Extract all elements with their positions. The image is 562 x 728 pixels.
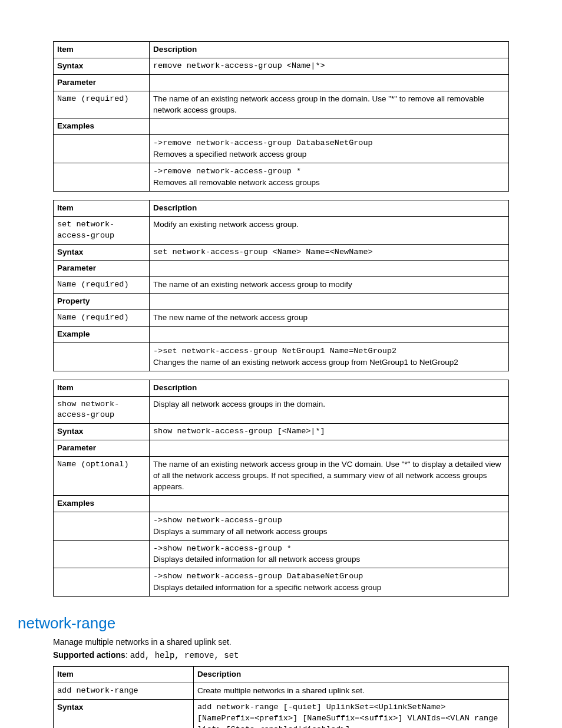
row-ex1-cell: ->show network-access-group Displays a s… (150, 512, 509, 540)
row-parameter-label: Parameter (54, 261, 150, 277)
row-parameter-empty (150, 261, 509, 277)
table-remove-network-access-group: Item Description Syntax remove network-a… (53, 41, 509, 192)
table-set-network-access-group: Item Description set network-access-grou… (53, 200, 509, 371)
row-ex1-empty (54, 135, 150, 163)
ex2-code: ->show network-access-group * (153, 544, 292, 553)
ex1-code: ->show network-access-group (153, 516, 282, 525)
row-param-desc: The name of an existing network access g… (150, 91, 509, 118)
row-example-label: Example (54, 327, 150, 343)
ex1-desc: Changes the name of an existing network … (153, 358, 458, 367)
row-syntax-code: show network-access-group [<Name>|*] (150, 424, 509, 440)
row-prop-name: Name (required) (54, 310, 150, 327)
row-syntax-code: add network-range [-quiet] UplinkSet=<Up… (194, 699, 509, 728)
row-cmd-code: show network-access-group (54, 396, 150, 424)
row-ex1-cell: ->remove network-access-group DatabaseNe… (150, 135, 509, 163)
row-example-empty (150, 327, 509, 343)
row-cmd-desc: Modify an existing network access group. (150, 216, 509, 244)
row-ex3-cell: ->show network-access-group DatabaseNetG… (150, 568, 509, 597)
row-syntax-code: set network-access-group <Name> Name=<Ne… (150, 244, 509, 261)
row-param-name: Name (optional) (54, 457, 150, 496)
row-property-empty (150, 294, 509, 310)
row-syntax-label: Syntax (54, 58, 150, 74)
row-examples-empty (150, 118, 509, 135)
ex1-desc: Displays a summary of all network access… (153, 527, 328, 536)
row-param-desc: The name of an existing network access g… (150, 457, 509, 496)
ex1-code: ->set network-access-group NetGroup1 Nam… (153, 347, 396, 355)
row-param-desc: The name of an existing network access g… (150, 277, 509, 294)
ex2-desc: Displays detailed information for all ne… (153, 555, 360, 564)
row-examples-label: Examples (54, 495, 150, 512)
header-item: Item (54, 380, 150, 396)
row-ex1-empty (54, 512, 150, 540)
row-param-name: Name (required) (54, 277, 150, 294)
row-syntax-label: Syntax (54, 699, 194, 728)
header-description: Description (150, 380, 509, 396)
header-item: Item (54, 667, 194, 683)
row-syntax-code: remove network-access-group <Name|*> (150, 58, 509, 74)
ex2-desc: Removes all removable network access gro… (153, 178, 320, 187)
row-examples-label: Examples (54, 118, 150, 135)
row-parameter-label: Parameter (54, 440, 150, 457)
ex1-code: ->remove network-access-group DatabaseNe… (153, 139, 373, 147)
table-show-network-access-group: Item Description show network-access-gro… (53, 380, 509, 597)
header-item: Item (54, 42, 150, 58)
supported-code: add, help, remove, set (130, 651, 239, 660)
supported-label: Supported actions (53, 650, 125, 660)
row-ex2-cell: ->show network-access-group * Displays d… (150, 540, 509, 568)
ex3-desc: Displays detailed information for a spec… (153, 583, 381, 592)
row-parameter-label: Parameter (54, 74, 150, 91)
supported-actions: Supported actions: add, help, remove, se… (53, 650, 509, 660)
row-cmd-code: add network-range (54, 683, 194, 699)
row-parameter-empty (150, 440, 509, 457)
ex1-desc: Removes a specified network access group (153, 150, 306, 159)
header-item: Item (54, 200, 150, 216)
row-ex1-cell: ->set network-access-group NetGroup1 Nam… (150, 342, 509, 371)
row-parameter-empty (150, 74, 509, 91)
header-description: Description (150, 42, 509, 58)
row-examples-empty (150, 495, 509, 512)
row-ex2-cell: ->remove network-access-group * Removes … (150, 163, 509, 192)
section-heading-network-range: network-range (18, 614, 509, 633)
section-intro: Manage multiple networks in a shared upl… (53, 637, 509, 647)
ex3-code: ->show network-access-group DatabaseNetG… (153, 572, 363, 581)
row-ex1-empty (54, 342, 150, 371)
row-cmd-code: set network-access-group (54, 216, 150, 244)
row-cmd-desc: Display all network access groups in the… (150, 396, 509, 424)
header-description: Description (194, 667, 509, 683)
ex2-code: ->remove network-access-group * (153, 167, 301, 176)
row-prop-desc: The new name of the network access group (150, 310, 509, 327)
row-syntax-label: Syntax (54, 424, 150, 440)
row-ex2-empty (54, 163, 150, 192)
row-property-label: Property (54, 294, 150, 310)
row-ex3-empty (54, 568, 150, 597)
table-add-network-range: Item Description add network-range Creat… (53, 666, 509, 728)
row-syntax-label: Syntax (54, 244, 150, 261)
row-cmd-desc: Create multiple networks in a shared upl… (194, 683, 509, 699)
row-ex2-empty (54, 540, 150, 568)
row-param-name: Name (required) (54, 91, 150, 118)
header-description: Description (150, 200, 509, 216)
